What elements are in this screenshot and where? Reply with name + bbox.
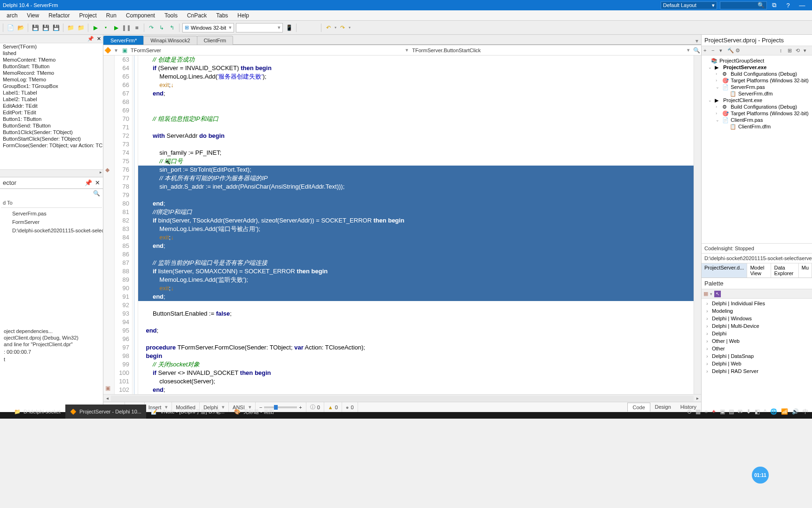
- code-line[interactable]: end;: [138, 89, 694, 98]
- structure-item[interactable]: EditAddr: TEdit: [0, 103, 103, 109]
- code-line[interactable]: end;: [138, 293, 694, 301]
- network-icon[interactable]: 🌐: [770, 408, 777, 415]
- bookmark-gutter[interactable]: ◆ ▣: [103, 56, 115, 394]
- code-line[interactable]: // 本机所有有可能的IP作为服务器端的IP: [138, 174, 694, 183]
- palette-category[interactable]: Modeling: [703, 307, 810, 315]
- structure-item[interactable]: ButtonStart: TButton: [0, 63, 103, 70]
- inspector-row[interactable]: FormServer: [1, 218, 102, 226]
- structure-item[interactable]: Label2: TLabel: [0, 96, 103, 103]
- structure-item[interactable]: Button1: TButton: [0, 116, 103, 122]
- compile-icon[interactable]: 🔨: [727, 48, 734, 54]
- code-line[interactable]: exit;↓: [138, 233, 694, 242]
- tray-chevron-icon[interactable]: ^: [764, 408, 766, 415]
- run-without-debug-icon[interactable]: ▶: [112, 24, 120, 32]
- code-line[interactable]: end;: [138, 242, 694, 250]
- structure-item[interactable]: Button1Click(Sender: TObject): [0, 129, 103, 135]
- types-icon[interactable]: 🔶: [103, 47, 112, 54]
- pin-icon[interactable]: 📌: [87, 36, 94, 42]
- code-line[interactable]: sin_family := PF_INET;: [138, 149, 694, 157]
- tray-icon[interactable]: ○: [704, 408, 708, 415]
- structure-item[interactable]: FormClose(Sender: TObject; var Action: T…: [0, 142, 103, 149]
- nav-method-combo[interactable]: TFormServer.ButtonStartClick ▾: [410, 46, 692, 54]
- run-icon[interactable]: ▶: [91, 24, 100, 32]
- menu-tabs[interactable]: Tabs: [211, 11, 233, 20]
- expand-icon[interactable]: ›: [716, 78, 720, 83]
- zoom-slider[interactable]: [264, 406, 297, 408]
- run-dropdown-icon[interactable]: ▾: [102, 24, 110, 32]
- code-scroll-v[interactable]: [694, 56, 701, 394]
- code-line[interactable]: // 创建是否成功: [138, 56, 694, 64]
- right-tab[interactable]: Mu: [799, 263, 812, 278]
- structure-item[interactable]: Server(TForm): [0, 43, 103, 50]
- tray-icon[interactable]: ▣: [720, 408, 725, 415]
- nav-back-icon[interactable]: ↶: [324, 24, 333, 32]
- build-icon[interactable]: ⚙: [735, 48, 742, 54]
- structure-item[interactable]: GroupBox1: TGroupBox: [0, 83, 103, 89]
- inspector-row[interactable]: D:\delphi-socket\20201115-socket-select\…: [1, 226, 102, 235]
- palette-category[interactable]: Delphi | Web: [703, 360, 810, 367]
- code-line[interactable]: sin_addr.S_addr := inet_addr(PAnsiChar(A…: [138, 183, 694, 191]
- block-icon[interactable]: ▣: [105, 384, 110, 392]
- code-line[interactable]: // 监听当前的IP和端口号是否有客户端连接: [138, 259, 694, 267]
- tray-icon[interactable]: ▦: [695, 408, 701, 415]
- config-combo[interactable]: ▾: [236, 23, 283, 32]
- expand-icon[interactable]: ⌄: [716, 118, 720, 122]
- chevron-down-icon[interactable]: ▾: [804, 48, 810, 54]
- view-tab-design[interactable]: Design: [650, 403, 676, 412]
- editor-tab[interactable]: ClientFrm: [197, 36, 234, 45]
- right-tab[interactable]: Data Explorer: [771, 263, 798, 278]
- step-over-icon[interactable]: ↷: [147, 24, 156, 32]
- inspector-row[interactable]: ServerFrm.pas: [1, 209, 102, 218]
- close-icon[interactable]: ✕: [95, 179, 100, 186]
- palette-category[interactable]: Delphi: [703, 330, 810, 337]
- code-line[interactable]: procedure TFormServer.FormClose(Sender: …: [138, 343, 694, 352]
- menu-tools[interactable]: Tools: [160, 11, 182, 20]
- title-search[interactable]: 🔍: [720, 1, 767, 9]
- code-line[interactable]: if (Server = INVALID_SOCKET) then begin: [138, 64, 694, 72]
- code-lines[interactable]: ↖ // 创建是否成功 if (Server = INVALID_SOCKET)…: [138, 56, 694, 394]
- add-file-icon[interactable]: 📁: [66, 24, 75, 32]
- taskbar-item[interactable]: 📝VNote - [Delphi手册] D:/笔...: [146, 405, 229, 419]
- structure-item[interactable]: MemoContent: TMemo: [0, 56, 103, 63]
- save-all-icon[interactable]: 💾: [41, 24, 50, 32]
- menu-cnpack[interactable]: CnPack: [182, 11, 211, 20]
- menu-component[interactable]: Component: [121, 11, 160, 20]
- menu-project[interactable]: Project: [75, 11, 102, 20]
- code-line[interactable]: begin: [138, 352, 694, 360]
- code-line[interactable]: end;: [138, 386, 694, 394]
- project-node[interactable]: ⌄📄ServerFrm.pas: [703, 84, 811, 90]
- editor-tab[interactable]: ServerFrm*: [103, 36, 144, 45]
- expand-icon[interactable]: ›: [716, 104, 720, 109]
- project-node[interactable]: 📚ProjectGroupSelect: [703, 57, 811, 64]
- code-line[interactable]: [138, 123, 694, 132]
- right-tab[interactable]: Model View: [747, 263, 771, 278]
- code-scroll-h[interactable]: ◂ ▸: [103, 394, 701, 402]
- palette-category[interactable]: Delphi | Windows: [703, 315, 810, 322]
- project-node[interactable]: ›⚙Build Configurations (Debug): [703, 103, 811, 110]
- pin-icon[interactable]: 📌: [85, 179, 92, 186]
- fold-strip[interactable]: [133, 56, 138, 394]
- platform-combo[interactable]: ⊞ Windows 32-bit ▾: [182, 23, 234, 32]
- code-line[interactable]: MemoLog.Lines.Add('端口号被占用');: [138, 225, 694, 233]
- palette-category[interactable]: Delphi | DataSnap: [703, 352, 810, 360]
- chevron-down-icon[interactable]: ▾: [695, 38, 698, 44]
- code-line[interactable]: exit;↓: [138, 81, 694, 89]
- structure-item[interactable]: MemoRecord: TMemo: [0, 70, 103, 76]
- minimize-button[interactable]: —: [795, 2, 809, 9]
- tray-icon[interactable]: ⬇: [746, 408, 751, 415]
- bookmark-icon[interactable]: ◆: [105, 166, 109, 174]
- structure-item[interactable]: lished: [0, 50, 103, 56]
- palette-category[interactable]: Other: [703, 345, 810, 352]
- stop-icon[interactable]: ■: [133, 24, 141, 32]
- palette-filter-icon[interactable]: ▦: [703, 291, 708, 297]
- help-icon[interactable]: ?: [781, 2, 795, 9]
- code-line[interactable]: [138, 191, 694, 199]
- add-icon[interactable]: +: [703, 48, 710, 54]
- structure-list[interactable]: Server(TForm)lishedMemoContent: TMemoBut…: [0, 43, 103, 169]
- palette-categories[interactable]: Delphi | Individual FilesModelingDelphi …: [702, 299, 812, 412]
- expand-icon[interactable]: ⌄: [708, 98, 713, 103]
- wifi-icon[interactable]: 📶: [781, 408, 788, 415]
- code-line[interactable]: ButtonStart.Enabled := false;: [138, 310, 694, 318]
- close-icon[interactable]: ✕: [97, 36, 101, 42]
- palette-category[interactable]: Delphi | Multi-Device: [703, 322, 810, 330]
